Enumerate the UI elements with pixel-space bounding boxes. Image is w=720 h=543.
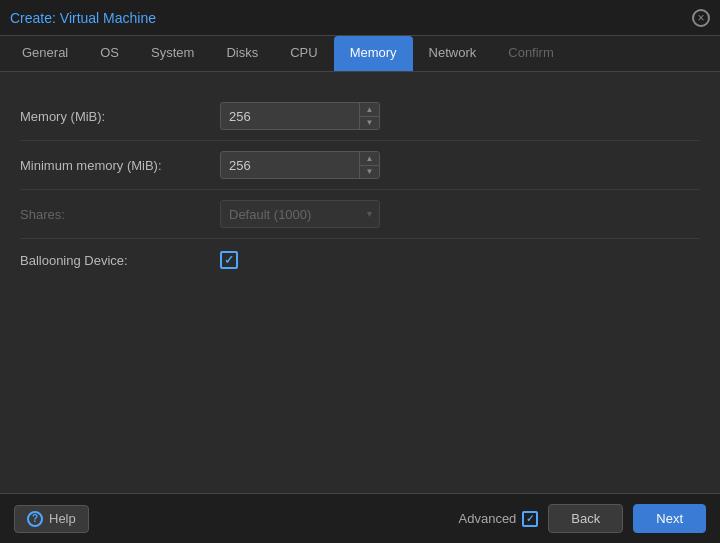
tab-general[interactable]: General: [6, 36, 84, 71]
help-label: Help: [49, 511, 76, 526]
memory-mib-input[interactable]: [220, 102, 380, 130]
min-memory-mib-down-arrow[interactable]: ▼: [360, 166, 379, 179]
main-content: Memory (MiB): ▲ ▼ Minimum memory (MiB): …: [0, 72, 720, 493]
memory-mib-label: Memory (MiB):: [20, 109, 220, 124]
ballooning-device-row: Ballooning Device: ✓: [20, 239, 700, 281]
shares-input: [220, 200, 380, 228]
tab-os[interactable]: OS: [84, 36, 135, 71]
ballooning-device-check-mark: ✓: [224, 254, 234, 266]
memory-mib-arrows: ▲ ▼: [359, 103, 379, 129]
shares-label: Shares:: [20, 207, 220, 222]
min-memory-mib-row: Minimum memory (MiB): ▲ ▼: [20, 141, 700, 190]
tab-confirm: Confirm: [492, 36, 570, 71]
window-title: Create: Virtual Machine: [10, 10, 156, 26]
back-button[interactable]: Back: [548, 504, 623, 533]
advanced-section: Advanced ✓: [459, 511, 539, 527]
advanced-label: Advanced: [459, 511, 517, 526]
ballooning-device-checkbox-wrapper[interactable]: ✓: [220, 251, 238, 269]
memory-mib-up-arrow[interactable]: ▲: [360, 103, 379, 117]
memory-mib-down-arrow[interactable]: ▼: [360, 117, 379, 130]
tab-system[interactable]: System: [135, 36, 210, 71]
footer: ? Help Advanced ✓ Back Next: [0, 493, 720, 543]
min-memory-mib-input[interactable]: [220, 151, 380, 179]
tab-network[interactable]: Network: [413, 36, 493, 71]
shares-dropdown-wrapper: ▼: [220, 200, 380, 228]
advanced-checkbox[interactable]: ✓: [522, 511, 538, 527]
min-memory-mib-up-arrow[interactable]: ▲: [360, 152, 379, 166]
min-memory-mib-spinbox[interactable]: ▲ ▼: [220, 151, 380, 179]
min-memory-mib-arrows: ▲ ▼: [359, 152, 379, 178]
tab-cpu[interactable]: CPU: [274, 36, 333, 71]
memory-mib-row: Memory (MiB): ▲ ▼: [20, 92, 700, 141]
shares-row: Shares: ▼: [20, 190, 700, 239]
help-icon: ?: [27, 511, 43, 527]
help-button[interactable]: ? Help: [14, 505, 89, 533]
memory-mib-spinbox[interactable]: ▲ ▼: [220, 102, 380, 130]
advanced-check-mark: ✓: [526, 513, 534, 524]
next-button[interactable]: Next: [633, 504, 706, 533]
close-button[interactable]: ×: [692, 9, 710, 27]
tab-disks[interactable]: Disks: [210, 36, 274, 71]
footer-left: ? Help: [14, 505, 89, 533]
tab-memory[interactable]: Memory: [334, 36, 413, 71]
tab-bar: General OS System Disks CPU Memory Netwo…: [0, 36, 720, 72]
title-bar: Create: Virtual Machine ×: [0, 0, 720, 36]
ballooning-device-label: Ballooning Device:: [20, 253, 220, 268]
footer-right: Advanced ✓ Back Next: [459, 504, 706, 533]
ballooning-device-checkbox[interactable]: ✓: [220, 251, 238, 269]
min-memory-mib-label: Minimum memory (MiB):: [20, 158, 220, 173]
